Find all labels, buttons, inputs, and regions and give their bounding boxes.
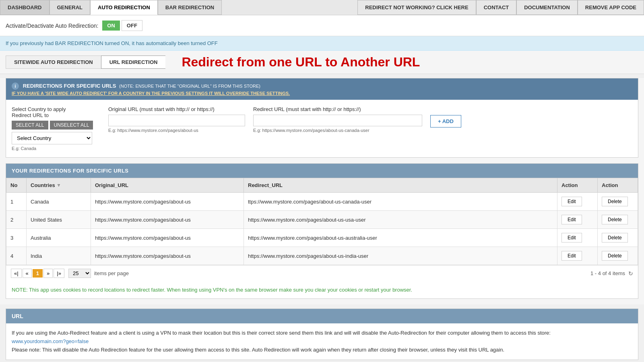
country-select-group: Select Country to applyRedirect URL to S… xyxy=(12,106,100,151)
cell-redirect-url: https://www.mystore.com/pages/about-us-i… xyxy=(244,247,557,265)
data-table: No Countries ▿ Original_URL Redirect_URL… xyxy=(6,178,638,265)
tab-sitewide[interactable]: SITEWIDE AUTO REDIRECTION xyxy=(6,56,101,69)
edit-button[interactable]: Edit xyxy=(561,197,582,206)
activate-label: Activate/Deactivate Auto Redirection: xyxy=(6,23,98,29)
url-section: URL If you are using the Auto-Redirect f… xyxy=(6,309,638,360)
top-nav-left: DASHBOARD GENERAL AUTO REDIRECTION BAR R… xyxy=(0,0,222,15)
cell-country: Australia xyxy=(27,229,91,247)
note-banner: NOTE: This app uses cookies to record lo… xyxy=(6,281,638,298)
edit-button[interactable]: Edit xyxy=(561,215,582,224)
cell-delete: Delete xyxy=(598,229,638,247)
nav-dashboard[interactable]: DASHBOARD xyxy=(0,0,50,15)
th-countries: Countries ▿ xyxy=(27,178,91,193)
cell-redirect-url: https://www.mystore.com/pages/about-us-a… xyxy=(244,229,557,247)
note-text: NOTE: This app uses cookies to record lo… xyxy=(12,287,412,293)
nav-bar-redirection[interactable]: BAR REDIRECTION xyxy=(158,0,222,15)
table-header-row: No Countries ▿ Original_URL Redirect_URL… xyxy=(6,178,638,193)
form-area: Select Country to applyRedirect URL to S… xyxy=(6,100,638,157)
nav-auto-redirection[interactable]: AUTO REDIRECTION xyxy=(90,0,158,15)
info-banner-text: If you previously had BAR REDIRECTION tu… xyxy=(6,40,218,46)
activate-bar: Activate/Deactivate Auto Redirection: ON… xyxy=(0,15,644,36)
delete-button[interactable]: Delete xyxy=(602,197,628,206)
table-header: YOUR REDIRECTIONS FOR SPECIFIC URLS xyxy=(6,164,638,178)
delete-button[interactable]: Delete xyxy=(602,215,628,224)
redirections-header: i REDIRECTIONS FOR SPECIFIC URLS (NOTE: … xyxy=(6,78,638,100)
table-body: 1 Canada https://www.mystore.com/pages/a… xyxy=(6,193,638,265)
cell-country: Canada xyxy=(27,193,91,211)
redirect-url-input[interactable] xyxy=(253,115,422,126)
cell-original-url: https://www.mystore.com/pages/about-us xyxy=(91,193,244,211)
url-body2: Please note: This will disable the Auto … xyxy=(12,346,632,354)
table-row: 1 Canada https://www.mystore.com/pages/a… xyxy=(6,193,638,211)
cell-delete: Delete xyxy=(598,193,638,211)
current-page: 1 xyxy=(33,269,43,278)
cell-no: 4 xyxy=(6,247,27,265)
unselect-all-button[interactable]: UNSELECT ALL xyxy=(50,121,93,130)
table-section-title: YOUR REDIRECTIONS FOR SPECIFIC URLS xyxy=(12,168,129,174)
th-original-url: Original_URL xyxy=(91,178,244,193)
cell-edit: Edit xyxy=(557,211,598,229)
refresh-icon[interactable]: ↻ xyxy=(628,270,633,277)
nav-documentation[interactable]: DOCUMENTATION xyxy=(516,0,578,15)
cell-original-url: https://www.mystore.com/pages/about-us xyxy=(91,229,244,247)
cell-no: 2 xyxy=(6,211,27,229)
top-nav: DASHBOARD GENERAL AUTO REDIRECTION BAR R… xyxy=(0,0,644,15)
cell-country: United States xyxy=(27,211,91,229)
url-link[interactable]: www.yourdomain.com?geo=false xyxy=(12,338,89,344)
nav-general[interactable]: GENERAL xyxy=(50,0,91,15)
off-button[interactable]: OFF xyxy=(122,20,142,31)
th-countries-label: Countries xyxy=(31,182,55,188)
top-nav-right: REDIRECT NOT WORKING? CLICK HERE CONTACT… xyxy=(357,0,644,15)
filter-icon[interactable]: ▿ xyxy=(58,183,60,188)
cell-redirect-url: https://www.mystore.com/pages/about-us-u… xyxy=(244,211,557,229)
form-row: Select Country to applyRedirect URL to S… xyxy=(12,106,632,151)
cell-no: 1 xyxy=(6,193,27,211)
select-all-button[interactable]: SELECT ALL xyxy=(12,121,48,130)
nav-contact[interactable]: CONTACT xyxy=(476,0,517,15)
table-section: YOUR REDIRECTIONS FOR SPECIFIC URLS No C… xyxy=(6,163,638,299)
tab-bar: SITEWIDE AUTO REDIRECTION URL REDIRECTIO… xyxy=(0,51,644,74)
page-info: 1 - 4 of 4 items ↻ xyxy=(590,270,633,277)
cell-original-url: https://www.mystore.com/pages/about-us xyxy=(91,247,244,265)
select-btns: SELECT ALL UNSELECT ALL xyxy=(12,121,100,130)
original-url-group: Original URL (must start with http:// or… xyxy=(108,106,245,133)
cell-edit: Edit xyxy=(557,247,598,265)
original-url-input[interactable] xyxy=(108,115,245,126)
page-first[interactable]: «| xyxy=(11,269,22,278)
page-prev[interactable]: « xyxy=(23,269,32,278)
nav-redirect-not-working[interactable]: REDIRECT NOT WORKING? CLICK HERE xyxy=(357,0,476,15)
nav-remove-app-code[interactable]: REMOVE APP CODE xyxy=(578,0,644,15)
delete-button[interactable]: Delete xyxy=(602,251,628,261)
pagination-bar: «| « 1 » |» 25 50 100 items per page 1 -… xyxy=(6,265,638,281)
redirections-header-title: REDIRECTIONS FOR SPECIFIC URLS xyxy=(23,83,116,89)
cell-edit: Edit xyxy=(557,229,598,247)
cell-delete: Delete xyxy=(598,211,638,229)
table-row: 2 United States https://www.mystore.com/… xyxy=(6,211,638,229)
th-action-delete: Action xyxy=(598,178,638,193)
url-section-header-text: URL xyxy=(12,313,23,319)
add-button[interactable]: + ADD xyxy=(430,115,461,128)
url-body1: If you are using the Auto-Redirect featu… xyxy=(12,329,632,337)
page-next[interactable]: » xyxy=(43,269,53,278)
cell-delete: Delete xyxy=(598,247,638,265)
items-per-page-label: items per page xyxy=(94,270,129,276)
edit-button[interactable]: Edit xyxy=(561,233,582,243)
table-row: 3 Australia https://www.mystore.com/page… xyxy=(6,229,638,247)
th-redirect-url: Redirect_URL xyxy=(244,178,557,193)
country-select[interactable]: Select Country xyxy=(12,132,92,144)
redirections-header-warning[interactable]: IF YOU HAVE A 'SITE WIDE AUTO REDIRECT' … xyxy=(12,91,632,96)
per-page-select[interactable]: 25 50 100 xyxy=(68,269,91,278)
th-action-edit: Action xyxy=(557,178,598,193)
page-info-text: 1 - 4 of 4 items xyxy=(590,270,625,276)
page-last[interactable]: |» xyxy=(54,269,64,278)
tab-url-redirection[interactable]: URL REDIRECTION xyxy=(101,56,166,69)
delete-button[interactable]: Delete xyxy=(602,233,628,243)
info-banner: If you previously had BAR REDIRECTION tu… xyxy=(0,36,644,51)
redirections-box: i REDIRECTIONS FOR SPECIFIC URLS (NOTE: … xyxy=(6,78,638,158)
redirect-heading: Redirect from one URL to Another URL xyxy=(182,55,420,70)
country-eg: E.g: Canada xyxy=(12,146,100,151)
edit-button[interactable]: Edit xyxy=(561,251,582,261)
country-label: Select Country to applyRedirect URL to xyxy=(12,106,100,118)
on-button[interactable]: ON xyxy=(102,21,120,31)
original-url-label: Original URL (must start with http:// or… xyxy=(108,106,245,112)
